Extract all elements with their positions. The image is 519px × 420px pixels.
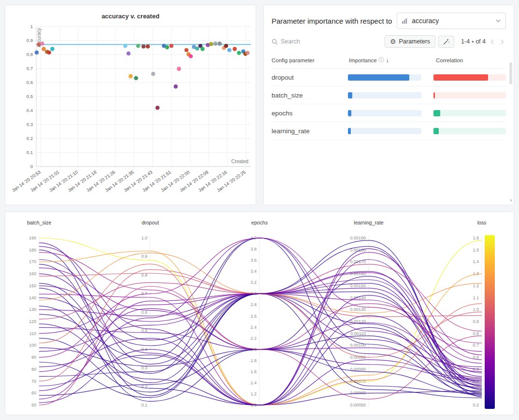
parameter-name: learning_rate — [272, 127, 348, 135]
run-line[interactable] — [39, 250, 482, 396]
metric-select[interactable]: accuracy — [397, 13, 506, 29]
scatter-point[interactable] — [217, 42, 222, 46]
column-config-parameter: Config parameter — [272, 57, 349, 63]
accuracy-chart-svg[interactable]: 10.90.80.70.60.50.40.30.20.10Jan 14 '20 … — [9, 22, 255, 201]
scatter-point[interactable] — [156, 106, 160, 110]
page-range[interactable]: 1-4 — [461, 38, 470, 45]
axis-tick-label: 3.6 — [250, 258, 257, 263]
next-page-button[interactable] — [499, 39, 506, 44]
scatter-point[interactable] — [42, 47, 46, 51]
y-tick-label: 0.2 — [27, 136, 33, 141]
scatter-point[interactable] — [169, 44, 173, 48]
run-line[interactable] — [39, 264, 482, 405]
scatter-point[interactable] — [237, 51, 241, 55]
axis-tick-label: 3.8 — [250, 247, 257, 252]
scatter-point[interactable] — [151, 72, 156, 76]
scatter-point[interactable] — [173, 84, 178, 89]
page-size-caret-icon[interactable]: ▾ — [472, 40, 474, 44]
bar-chart-icon — [402, 18, 408, 24]
y-tick-label: 1 — [30, 24, 33, 29]
pagination: 1-4 ▾ of 4 — [461, 38, 486, 45]
axis-tick-label: 2.6 — [250, 314, 257, 319]
prev-page-button[interactable] — [489, 39, 496, 44]
scatter-point[interactable] — [201, 47, 205, 51]
run-line[interactable] — [39, 273, 482, 399]
loss-colorbar — [485, 235, 495, 409]
run-line[interactable] — [39, 306, 482, 405]
magic-wand-icon — [443, 38, 450, 45]
axis-title: batch_size — [27, 220, 51, 225]
axis-tick-label: 0.8 — [473, 331, 479, 336]
parameter-row: epochs — [272, 104, 506, 122]
scatter-point[interactable] — [123, 44, 128, 48]
axis-tick-label: 80 — [31, 367, 36, 372]
info-icon[interactable]: ⓘ — [379, 56, 384, 64]
column-importance[interactable]: Importance ⓘ ↓ — [349, 56, 431, 64]
y-tick-label: 0.4 — [27, 108, 33, 113]
run-line[interactable] — [39, 249, 482, 405]
search-input[interactable] — [281, 38, 344, 45]
scatter-point[interactable] — [127, 51, 131, 56]
axis-tick-label: 110 — [29, 331, 36, 336]
scatter-point[interactable] — [35, 50, 39, 55]
scatter-point[interactable] — [185, 48, 189, 52]
scatter-point[interactable] — [142, 44, 146, 49]
y-tick-label: 0.8 — [27, 52, 33, 57]
scatter-point[interactable] — [227, 48, 231, 52]
scatter-point[interactable] — [50, 47, 55, 51]
scatter-point[interactable] — [195, 46, 200, 51]
scrollbar[interactable] — [509, 62, 513, 193]
scatter-point[interactable] — [165, 45, 170, 50]
scrollbar-down-arrow-icon[interactable]: ▾ — [510, 198, 512, 203]
axis-tick-label: 170 — [29, 259, 36, 264]
column-correlation: Correlation — [436, 57, 506, 63]
axis-tick-label: 1.8 — [250, 358, 257, 363]
axis-tick-label: 0.7 — [473, 343, 479, 348]
scatter-point[interactable] — [134, 76, 138, 80]
correlation-bar — [433, 110, 506, 116]
y-tick-label: 0.1 — [27, 150, 33, 155]
run-line[interactable] — [39, 253, 482, 313]
parameter-row: dropout — [272, 69, 506, 86]
parallel-coordinates-svg[interactable]: batch_size190180170160150140130120110100… — [5, 213, 513, 415]
scatter-point[interactable] — [224, 44, 229, 48]
magic-wand-button[interactable] — [438, 36, 454, 48]
scatter-point[interactable] — [232, 47, 237, 51]
scatter-point[interactable] — [209, 42, 214, 46]
axis-tick-label: 100 — [29, 343, 36, 348]
axis-tick-label: 1.0 — [141, 236, 147, 240]
importance-bar — [348, 74, 421, 81]
run-line[interactable] — [39, 324, 482, 405]
run-line[interactable] — [39, 260, 482, 386]
scatter-point[interactable] — [213, 42, 217, 46]
sort-descending-icon[interactable]: ↓ — [386, 57, 389, 64]
scatter-point[interactable] — [177, 67, 181, 71]
axis-tick-label: 1.4 — [473, 259, 479, 264]
run-line[interactable] — [39, 286, 482, 405]
parameter-name: epochs — [272, 110, 348, 117]
scatter-point[interactable] — [129, 74, 133, 79]
axis-tick-label: 0.00190 — [350, 236, 366, 240]
correlation-bar — [433, 128, 506, 134]
search-box[interactable] — [272, 38, 382, 45]
scatter-point[interactable] — [245, 51, 250, 55]
correlation-bar — [433, 92, 506, 98]
parameters-button-label: Parameters — [399, 38, 430, 45]
y-tick-label: 0.5 — [27, 94, 33, 99]
scatter-point[interactable] — [47, 50, 51, 55]
axis-tick-label: 1.6 — [250, 369, 257, 374]
chevron-right-icon — [501, 39, 504, 44]
y-tick-label: 0.9 — [27, 38, 33, 43]
axis-tick-label: 1.2 — [250, 392, 257, 396]
y-tick-label: 0.3 — [27, 122, 33, 127]
scatter-point[interactable] — [188, 54, 193, 58]
parameters-button[interactable]: ⚙ Parameters — [385, 35, 435, 48]
axis-tick-label: 0.00050 — [350, 403, 366, 407]
axis-tick-label: 0.00150 — [350, 283, 366, 288]
scrollbar-thumb[interactable] — [509, 62, 512, 84]
axis-tick-label: 60 — [31, 391, 36, 395]
importance-table-header: Config parameter Importance ⓘ ↓ Correlat… — [272, 53, 506, 69]
scatter-point[interactable] — [146, 44, 150, 49]
run-line[interactable] — [39, 238, 482, 357]
scatter-point[interactable] — [136, 44, 141, 48]
